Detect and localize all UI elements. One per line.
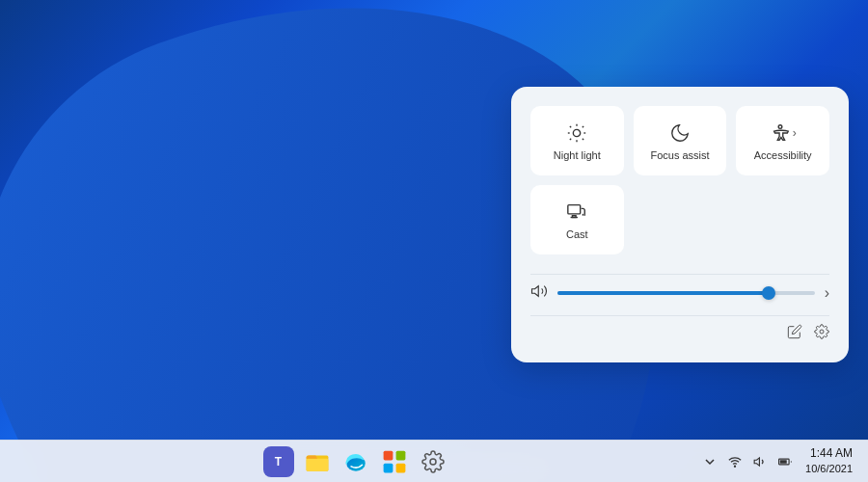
night-light-label: Night light: [554, 149, 601, 162]
svg-point-9: [778, 125, 782, 129]
system-clock[interactable]: 1:44 AM 10/6/2021: [801, 445, 856, 476]
svg-line-8: [583, 126, 583, 127]
tray-volume-icon[interactable]: [749, 451, 771, 472]
svg-line-7: [570, 139, 571, 140]
settings-icon[interactable]: [814, 324, 829, 343]
cast-tile[interactable]: Cast: [530, 185, 624, 254]
focus-assist-tile[interactable]: Focus assist: [634, 106, 727, 175]
accessibility-tile[interactable]: › Accessibility: [736, 106, 829, 175]
volume-slider[interactable]: [557, 283, 815, 303]
desktop: Night light Focus assist ›: [0, 0, 868, 482]
taskbar-explorer[interactable]: [302, 446, 333, 477]
svg-rect-16: [306, 458, 328, 470]
volume-fill: [557, 291, 769, 295]
svg-rect-19: [395, 450, 405, 460]
night-light-icon: [566, 122, 587, 144]
volume-thumb: [762, 286, 775, 300]
svg-rect-21: [395, 463, 405, 472]
svg-marker-13: [532, 286, 539, 297]
taskbar-teams[interactable]: T: [263, 446, 294, 477]
clock-date: 10/6/2021: [805, 462, 853, 476]
tray-system-icons: [699, 451, 796, 472]
quick-settings-bottom-bar: [530, 315, 829, 343]
volume-row: ›: [530, 274, 829, 315]
svg-rect-26: [780, 460, 787, 464]
svg-point-0: [574, 130, 581, 137]
svg-rect-18: [383, 450, 393, 460]
taskbar: T: [0, 440, 868, 482]
quick-settings-grid-bottom: Cast: [530, 185, 829, 254]
quick-settings-panel: Night light Focus assist ›: [511, 87, 849, 362]
focus-assist-icon: [669, 122, 691, 144]
svg-point-23: [734, 466, 735, 467]
tray-battery-icon[interactable]: [774, 451, 796, 472]
tray-network-icon[interactable]: [724, 451, 746, 472]
svg-line-4: [583, 139, 583, 140]
accessibility-label: Accessibility: [754, 149, 812, 162]
night-light-tile[interactable]: Night light: [530, 106, 624, 175]
svg-marker-24: [754, 457, 759, 465]
svg-rect-20: [383, 463, 393, 472]
clock-time: 1:44 AM: [810, 445, 853, 462]
focus-assist-label: Focus assist: [650, 149, 709, 162]
svg-rect-10: [568, 205, 581, 214]
accessibility-icon: ›: [770, 122, 797, 144]
svg-point-14: [820, 330, 824, 334]
cast-label: Cast: [566, 228, 588, 241]
cast-icon: [566, 201, 587, 223]
edit-icon[interactable]: [787, 324, 802, 343]
tray-chevron[interactable]: [699, 451, 720, 472]
svg-line-3: [570, 126, 571, 127]
taskbar-tray: 1:44 AM 10/6/2021: [699, 445, 856, 476]
taskbar-store[interactable]: [379, 446, 410, 477]
volume-icon: [530, 282, 548, 304]
volume-chevron[interactable]: ›: [825, 284, 829, 302]
volume-track: [557, 291, 815, 295]
quick-settings-grid-top: Night light Focus assist ›: [530, 106, 829, 175]
taskbar-apps: T: [12, 446, 699, 477]
taskbar-settings[interactable]: [418, 446, 448, 477]
accessibility-arrow: ›: [793, 126, 797, 140]
svg-point-22: [430, 459, 436, 465]
taskbar-edge[interactable]: [340, 446, 371, 477]
